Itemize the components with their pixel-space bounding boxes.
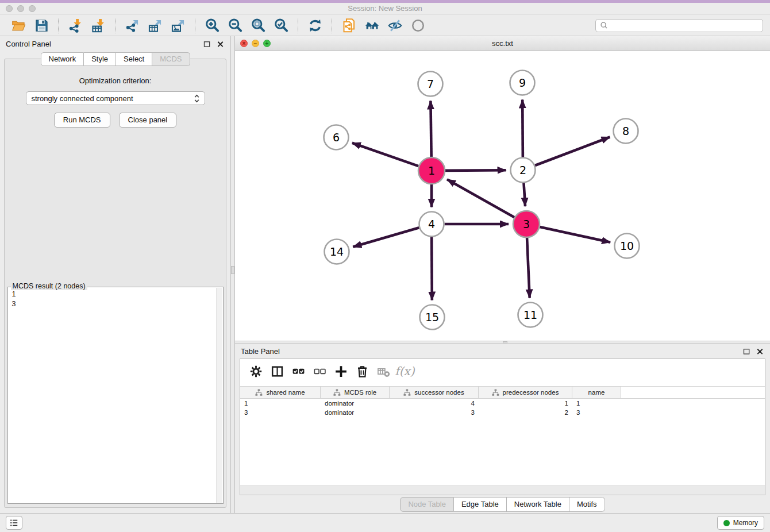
column-header-MCDS-role[interactable]: MCDS role <box>321 387 390 398</box>
column-type-icon <box>255 389 263 396</box>
table-cell: 1 <box>240 400 321 407</box>
close-panel-button-mcds[interactable]: Close panel <box>119 113 177 128</box>
task-history-button[interactable] <box>6 516 22 530</box>
graph-edge-4-14[interactable] <box>353 228 419 246</box>
import-network-button[interactable] <box>64 17 87 34</box>
delete-columns-icon <box>355 364 369 379</box>
column-header-shared-name[interactable]: shared name <box>240 387 321 398</box>
refresh-layout-icon <box>307 18 323 33</box>
tab-node-table[interactable]: Node Table <box>400 497 454 512</box>
splitter-grip[interactable] <box>231 266 234 274</box>
graph-edge-1-2[interactable] <box>445 170 506 171</box>
memory-button[interactable]: Memory <box>717 516 764 530</box>
search-box[interactable] <box>595 19 763 32</box>
graph-edge-2-3[interactable] <box>523 183 525 206</box>
save-session-button[interactable] <box>30 17 53 34</box>
export-network-button[interactable] <box>121 17 144 34</box>
add-column-button[interactable] <box>330 361 352 381</box>
tab-motifs[interactable]: Motifs <box>569 497 605 512</box>
table-row[interactable]: 3dominator323 <box>240 408 765 417</box>
graph-node-8[interactable]: 8 <box>614 119 638 144</box>
table-rows: 1dominator4113dominator323 <box>240 399 765 417</box>
hide-selected-button[interactable] <box>383 17 406 34</box>
graph-edge-2-9[interactable] <box>522 99 523 157</box>
close-panel-button[interactable] <box>216 40 225 48</box>
select-all-button[interactable] <box>288 361 309 381</box>
graph-edge-1-6[interactable] <box>352 143 418 166</box>
column-header-name[interactable]: name <box>572 387 621 398</box>
refresh-layout-button[interactable] <box>303 17 326 34</box>
optimization-criterion-label: Optimization criterion: <box>79 76 152 85</box>
main-toolbar <box>0 15 770 36</box>
column-header-successor-nodes[interactable]: successor nodes <box>390 387 479 398</box>
import-network-icon <box>68 18 83 33</box>
graph-node-1[interactable]: 1 <box>418 157 445 184</box>
open-session-button[interactable] <box>7 17 30 34</box>
tab-mcds[interactable]: MCDS <box>152 52 190 66</box>
tab-network[interactable]: Network <box>40 52 84 66</box>
export-table-icon <box>148 18 163 33</box>
table-settings-button[interactable] <box>245 361 267 381</box>
neighbors-button[interactable] <box>360 17 383 34</box>
graph-edge-1-7[interactable] <box>430 101 431 157</box>
split-panel-button[interactable] <box>267 361 288 381</box>
graph-node-7[interactable]: 7 <box>418 72 443 97</box>
right-column: × − + scc.txt 7968124314101511 Table Pan… <box>235 36 770 513</box>
table-cell: 1 <box>479 400 572 407</box>
zoom-in-button[interactable] <box>201 17 224 34</box>
mcds-result-scrollbar[interactable] <box>216 288 222 503</box>
graph-node-6[interactable]: 6 <box>324 125 349 150</box>
graph-node-4[interactable]: 4 <box>419 212 444 237</box>
table-tabs: Node TableEdge TableNetwork TableMotifs <box>235 495 770 513</box>
dropdown-stepper-icon <box>194 94 199 103</box>
float-table-panel-button[interactable] <box>742 347 751 356</box>
graph-node-15[interactable]: 15 <box>420 305 445 330</box>
control-panel-title: Control Panel <box>6 40 51 48</box>
tab-edge-table[interactable]: Edge Table <box>454 497 507 512</box>
vertical-splitter[interactable] <box>231 36 235 513</box>
table-row[interactable]: 1dominator411 <box>240 399 765 408</box>
tab-select[interactable]: Select <box>116 52 152 66</box>
hsplitter-grip[interactable] <box>503 341 507 344</box>
graph-edge-3-10[interactable] <box>540 227 610 242</box>
graph-node-9[interactable]: 9 <box>510 71 535 95</box>
run-mcds-button[interactable]: Run MCDS <box>54 113 110 128</box>
graph-node-14[interactable]: 14 <box>325 240 349 264</box>
export-image-button[interactable] <box>167 17 190 34</box>
save-session-icon <box>34 18 49 33</box>
tab-style[interactable]: Style <box>84 52 116 66</box>
criterion-dropdown[interactable]: strongly connected component <box>26 91 205 105</box>
graph-edge-2-8[interactable] <box>535 137 610 165</box>
graph-edge-3-11[interactable] <box>527 238 530 298</box>
export-table-button[interactable] <box>144 17 167 34</box>
import-table-button[interactable] <box>87 17 110 34</box>
graph-node-11[interactable]: 11 <box>518 303 543 327</box>
graph-node-10[interactable]: 10 <box>615 234 640 259</box>
float-panel-button[interactable] <box>203 40 211 48</box>
export-image-icon <box>171 18 186 33</box>
list-icon <box>9 518 20 528</box>
column-header-predecessor-nodes[interactable]: predecessor nodes <box>479 387 572 398</box>
network-canvas[interactable]: 7968124314101511 <box>235 51 770 341</box>
graph-edge-3-1[interactable] <box>447 179 514 217</box>
horizontal-splitter[interactable] <box>235 341 770 344</box>
search-icon <box>600 21 608 29</box>
svg-text:11: 11 <box>523 309 537 321</box>
graph-node-3[interactable]: 3 <box>513 211 540 237</box>
zoom-out-button[interactable] <box>224 17 247 34</box>
zoom-fit-button[interactable] <box>247 17 270 34</box>
mcds-result-text[interactable]: 1 3 <box>9 288 215 502</box>
svg-text:7: 7 <box>427 78 434 90</box>
graph-node-2[interactable]: 2 <box>511 158 536 183</box>
tab-network-table[interactable]: Network Table <box>507 497 569 512</box>
graph-edge-4-15[interactable] <box>432 237 432 300</box>
search-input[interactable] <box>610 21 759 29</box>
titlebar: Session: New Session <box>0 3 770 15</box>
delete-columns-button[interactable] <box>352 361 373 381</box>
zoom-selected-button[interactable] <box>270 17 292 34</box>
control-panel-header: Control Panel <box>0 36 230 51</box>
close-table-panel-button[interactable] <box>756 347 764 356</box>
clone-network-button[interactable] <box>337 17 360 34</box>
unselect-all-button[interactable] <box>309 361 330 381</box>
mcds-panel: NetworkStyleSelectMCDS Optimization crit… <box>4 59 226 508</box>
